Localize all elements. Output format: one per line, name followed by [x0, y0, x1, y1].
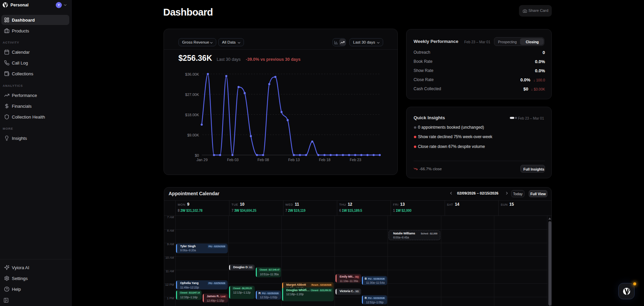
svg-text:Feb 03: Feb 03 [227, 158, 239, 162]
svg-text:Feb 23: Feb 23 [350, 158, 361, 162]
svg-text:Feb 18: Feb 18 [319, 158, 330, 162]
svg-text:$36.00K: $36.00K [185, 72, 199, 76]
svg-text:$9.00K: $9.00K [187, 133, 199, 137]
svg-text:Jan 29: Jan 29 [196, 158, 207, 162]
svg-text:$18.00K: $18.00K [185, 113, 199, 117]
svg-text:Feb 08: Feb 08 [257, 158, 269, 162]
svg-text:Feb 13: Feb 13 [288, 158, 300, 162]
svg-text:$27.00K: $27.00K [185, 93, 199, 97]
svg-text:$0: $0 [195, 153, 199, 157]
